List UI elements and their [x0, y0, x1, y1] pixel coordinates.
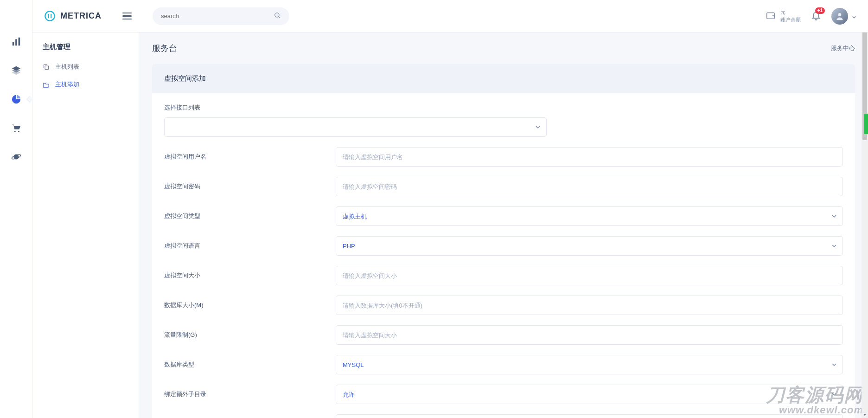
- search-box: [153, 7, 289, 25]
- rail-layers[interactable]: [7, 61, 26, 80]
- input-password[interactable]: [336, 177, 843, 196]
- select-interface-list[interactable]: [164, 117, 547, 137]
- input-subdir-num[interactable]: [336, 414, 843, 418]
- sidebar-item-label: 主机列表: [55, 63, 79, 71]
- form-card: 虚拟空间添加 选择接口列表 虚拟空间用户名 虚拟空间密码: [152, 64, 855, 418]
- select-db-type[interactable]: MYSQL: [336, 355, 843, 374]
- svg-point-7: [18, 131, 19, 132]
- label-password: 虚拟空间密码: [164, 182, 336, 191]
- wallet-currency: 元: [780, 9, 801, 16]
- input-size[interactable]: [336, 266, 843, 285]
- brand-name: METRICA: [60, 11, 102, 21]
- svg-rect-17: [45, 66, 49, 70]
- search-input[interactable]: [161, 13, 274, 19]
- bar-chart-icon: [11, 37, 21, 47]
- svg-rect-12: [51, 14, 51, 18]
- scrollbar-down-arrow[interactable]: ▾: [862, 412, 868, 418]
- folder-icon: [43, 81, 50, 88]
- secondary-sidebar: 主机管理 主机列表 主机添加: [32, 32, 139, 418]
- card-title: 虚拟空间添加: [164, 74, 843, 83]
- chevron-down-icon: [852, 14, 856, 19]
- logo-icon: [44, 10, 56, 22]
- notification-bell[interactable]: +1: [811, 10, 821, 22]
- sidebar-item-host-list[interactable]: 主机列表: [32, 58, 139, 76]
- layers-icon: [11, 65, 21, 76]
- svg-rect-11: [48, 14, 49, 18]
- svg-point-6: [14, 131, 15, 132]
- icon-rail: [0, 0, 32, 418]
- top-header: METRICA 元 账户余额 +1: [32, 0, 868, 32]
- sidebar-title: 主机管理: [32, 43, 139, 58]
- breadcrumb: 服务中心: [831, 44, 855, 52]
- label-db-size: 数据库大小(M): [164, 301, 336, 309]
- sidebar-item-host-add[interactable]: 主机添加: [32, 76, 139, 93]
- label-type: 虚拟空间类型: [164, 212, 336, 220]
- copy-icon: [43, 64, 50, 71]
- svg-rect-2: [18, 38, 20, 45]
- wallet-label: 账户余额: [780, 16, 801, 23]
- scrollbar[interactable]: ▾: [862, 0, 868, 418]
- wallet-widget[interactable]: 元 账户余额: [766, 9, 801, 23]
- card-header: 虚拟空间添加: [152, 64, 855, 93]
- page-headline: 服务台 服务中心: [152, 43, 855, 54]
- notification-badge: +1: [815, 7, 825, 14]
- label-language: 虚拟空间语言: [164, 242, 336, 250]
- sidebar-item-label: 主机添加: [55, 80, 79, 89]
- svg-line-14: [279, 17, 280, 18]
- side-tab[interactable]: [864, 114, 868, 134]
- label-flow-limit: 流量限制(G): [164, 331, 336, 339]
- cart-icon: [11, 123, 21, 133]
- svg-point-16: [838, 13, 842, 16]
- input-username[interactable]: [336, 147, 843, 167]
- page-title: 服务台: [152, 43, 177, 54]
- search-button[interactable]: [274, 12, 281, 20]
- input-flow-limit[interactable]: [336, 325, 843, 345]
- hamburger-toggle[interactable]: [122, 11, 132, 22]
- avatar: [831, 8, 848, 25]
- pie-icon: [11, 94, 21, 104]
- label-username: 虚拟空间用户名: [164, 153, 336, 161]
- wallet-icon: [766, 10, 776, 22]
- select-bind-extra[interactable]: 允许: [336, 385, 843, 404]
- planet-icon: [11, 152, 21, 162]
- rail-pie[interactable]: [7, 90, 26, 109]
- label-bind-extra: 绑定额外子目录: [164, 390, 336, 399]
- label-size: 虚拟空间大小: [164, 271, 336, 280]
- user-menu[interactable]: [831, 8, 856, 25]
- label-db-type: 数据库类型: [164, 360, 336, 369]
- rail-planet[interactable]: [7, 148, 26, 166]
- search-icon: [274, 12, 281, 19]
- rail-bar-chart[interactable]: [7, 32, 26, 51]
- rail-cart[interactable]: [7, 119, 26, 137]
- main-content: 服务台 服务中心 虚拟空间添加 选择接口列表 虚拟空间用户名 虚拟空间密码: [139, 32, 868, 418]
- input-db-size[interactable]: [336, 296, 843, 315]
- svg-rect-0: [12, 42, 14, 45]
- label-interface-list: 选择接口列表: [164, 103, 843, 112]
- select-type[interactable]: 虚拟主机: [336, 206, 843, 226]
- select-language[interactable]: PHP: [336, 236, 843, 256]
- svg-rect-15: [767, 13, 775, 19]
- svg-point-13: [275, 13, 279, 17]
- svg-point-10: [45, 11, 54, 20]
- svg-rect-1: [15, 39, 17, 46]
